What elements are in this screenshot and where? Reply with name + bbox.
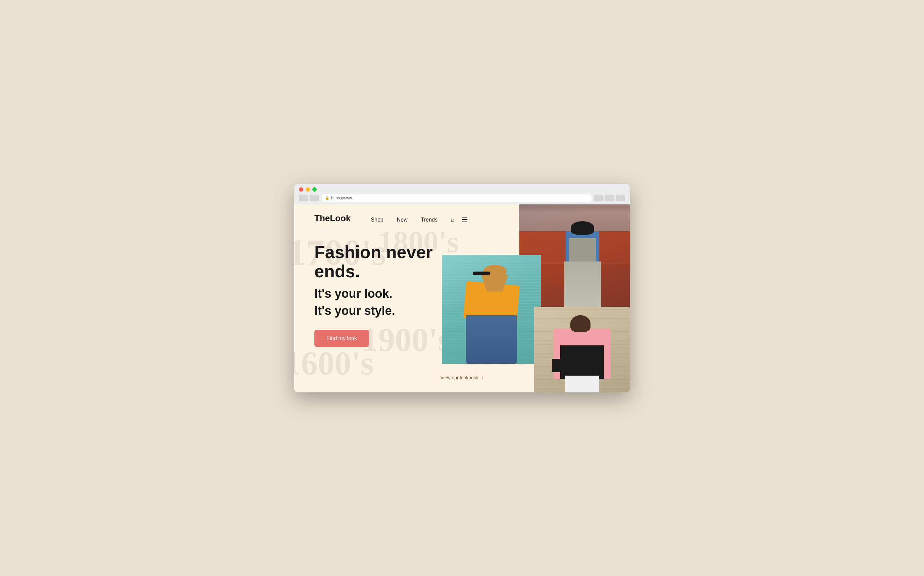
nav-trends[interactable]: Trends (421, 217, 437, 223)
url-text: https://www. (331, 196, 353, 200)
hero-content: Fashion never ends. It's your look. It's… (294, 226, 462, 347)
site-nav: TheLook ⌣ Shop New Trends ⌕ ☰ (294, 205, 630, 226)
nav-icons: ⌕ ☰ (451, 216, 469, 224)
menu-icon[interactable]: ☰ (461, 216, 469, 224)
traffic-light-green[interactable] (312, 187, 317, 192)
lookbook-arrow-icon: ↓ (482, 375, 484, 380)
logo[interactable]: TheLook (314, 214, 351, 222)
traffic-light-yellow[interactable] (306, 187, 310, 192)
forward-button[interactable] (310, 195, 319, 202)
website: 1700's 1800's 1900's 2000's 1600's TheLo… (294, 205, 630, 392)
logo-container: TheLook ⌣ (314, 214, 357, 226)
traffic-lights (299, 187, 625, 192)
browser-chrome: 🔒 https://www. (294, 184, 630, 205)
traffic-light-red[interactable] (299, 187, 303, 192)
nav-new[interactable]: New (397, 217, 408, 223)
bookmark-button[interactable] (605, 195, 614, 202)
lock-icon: 🔒 (325, 196, 329, 200)
share-button[interactable] (594, 195, 603, 202)
browser-toolbar: 🔒 https://www. (299, 194, 625, 202)
hero-sub2: It's your style. (314, 304, 442, 318)
browser-window: 🔒 https://www. 1700's 1800's 1900's 2000… (294, 184, 630, 392)
browser-nav-buttons (299, 195, 319, 202)
nav-shop[interactable]: Shop (371, 217, 383, 223)
search-icon[interactable]: ⌕ (451, 216, 455, 223)
back-button[interactable] (299, 195, 308, 202)
lookbook-link[interactable]: View our lookbook ↓ (434, 372, 490, 383)
browser-actions (594, 195, 625, 202)
photo-pink-coat (534, 307, 630, 392)
address-bar[interactable]: 🔒 https://www. (322, 194, 592, 202)
decade-1600: 1600's (294, 344, 374, 382)
cta-button[interactable]: Find my look (314, 330, 369, 347)
more-button[interactable] (616, 195, 625, 202)
hero-title: Fashion never ends. (314, 243, 442, 281)
hero-sub1: It's your look. (314, 286, 442, 301)
lookbook-text: View our lookbook (440, 375, 479, 380)
